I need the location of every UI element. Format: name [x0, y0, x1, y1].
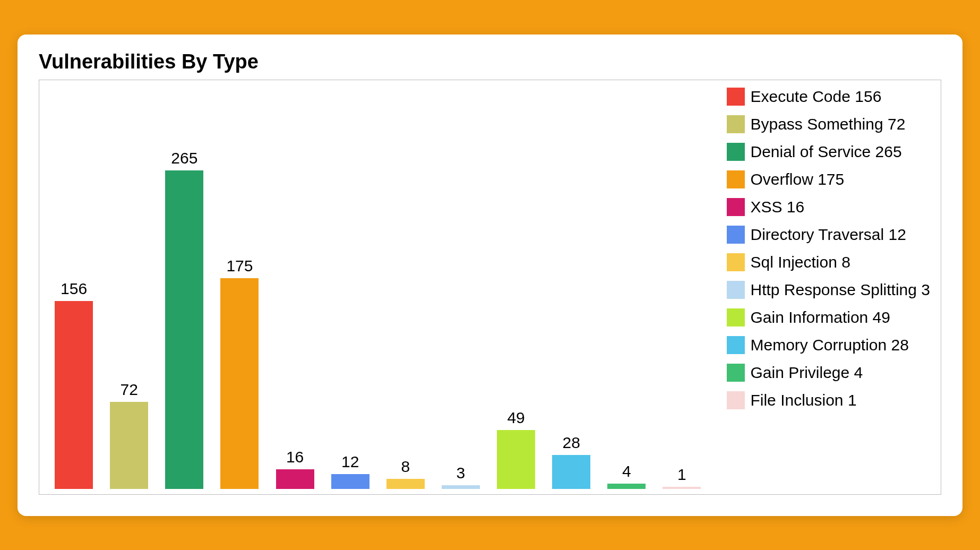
legend-item: Overflow 175: [727, 170, 930, 188]
bar: [552, 455, 590, 488]
bar-value-label: 175: [226, 257, 253, 275]
bar-column: 265: [160, 96, 208, 489]
legend-item: Memory Corruption 28: [727, 336, 930, 354]
bar-value-label: 28: [563, 434, 580, 452]
bar: [386, 479, 425, 488]
bar-column: 4: [603, 96, 650, 489]
bar-column: 175: [216, 96, 263, 489]
legend-label: Execute Code 156: [750, 88, 881, 106]
legend-item: Denial of Service 265: [727, 143, 930, 161]
bar-column: 72: [105, 96, 153, 489]
bar-column: 28: [547, 96, 595, 489]
legend-swatch: [727, 336, 745, 354]
bar: [55, 301, 93, 488]
legend-label: Bypass Something 72: [750, 115, 905, 133]
legend-item: Sql Injection 8: [727, 253, 930, 271]
bar-value-label: 8: [401, 458, 410, 476]
legend-item: Http Response Splitting 3: [727, 281, 930, 299]
plot-area: 15672265175161283492841: [45, 85, 711, 489]
bar-value-label: 12: [341, 453, 359, 471]
bar-column: 16: [271, 96, 319, 489]
bar: [165, 170, 203, 489]
legend-label: Memory Corruption 28: [750, 336, 908, 354]
bar-value-label: 1: [677, 466, 686, 484]
legend-swatch: [727, 253, 745, 271]
bar-column: 156: [50, 96, 98, 489]
bar: [663, 487, 701, 489]
legend-label: Overflow 175: [750, 170, 844, 188]
legend-swatch: [727, 170, 745, 188]
bar: [220, 278, 259, 488]
legend-item: Execute Code 156: [727, 88, 930, 106]
legend-swatch: [727, 198, 745, 216]
legend-swatch: [727, 364, 745, 382]
bar: [442, 485, 480, 489]
legend-label: Http Response Splitting 3: [750, 281, 930, 299]
legend-item: Directory Traversal 12: [727, 226, 930, 244]
chart-container: 15672265175161283492841 Execute Code 156…: [39, 80, 941, 495]
legend-label: Gain Privilege 4: [750, 364, 863, 382]
chart-title: Vulnerabilities By Type: [39, 50, 941, 73]
legend-swatch: [727, 308, 745, 326]
legend-item: Bypass Something 72: [727, 115, 930, 133]
chart-card: Vulnerabilities By Type 1567226517516128…: [18, 35, 962, 516]
legend-swatch: [727, 281, 745, 299]
bar: [607, 484, 646, 488]
bar: [276, 469, 314, 488]
bar-value-label: 3: [457, 464, 466, 482]
bar-value-label: 4: [622, 462, 631, 480]
bar: [331, 474, 369, 488]
bar-column: 1: [658, 96, 706, 489]
legend-swatch: [727, 391, 745, 409]
bar-column: 3: [437, 96, 485, 489]
bar-column: 8: [382, 96, 429, 489]
bar-value-label: 156: [61, 280, 87, 298]
bar-value-label: 265: [171, 149, 197, 167]
bar-column: 12: [326, 96, 374, 489]
legend-swatch: [727, 115, 745, 133]
legend-label: Sql Injection 8: [750, 253, 850, 271]
legend-label: Directory Traversal 12: [750, 226, 906, 244]
bar-column: 49: [492, 96, 540, 489]
legend-swatch: [727, 143, 745, 161]
legend: Execute Code 156Bypass Something 72Denia…: [727, 85, 930, 489]
bar-value-label: 16: [286, 448, 304, 466]
legend-swatch: [727, 88, 745, 106]
legend-label: Gain Information 49: [750, 308, 890, 326]
legend-swatch: [727, 226, 745, 244]
bar: [110, 402, 148, 488]
bar-value-label: 49: [507, 409, 525, 427]
legend-item: File Inclusion 1: [727, 391, 930, 409]
legend-label: Denial of Service 265: [750, 143, 901, 161]
legend-item: Gain Information 49: [727, 308, 930, 326]
bar: [497, 430, 535, 489]
legend-item: Gain Privilege 4: [727, 364, 930, 382]
legend-label: XSS 16: [750, 198, 804, 216]
legend-item: XSS 16: [727, 198, 930, 216]
legend-label: File Inclusion 1: [750, 391, 856, 409]
bar-value-label: 72: [121, 381, 138, 399]
